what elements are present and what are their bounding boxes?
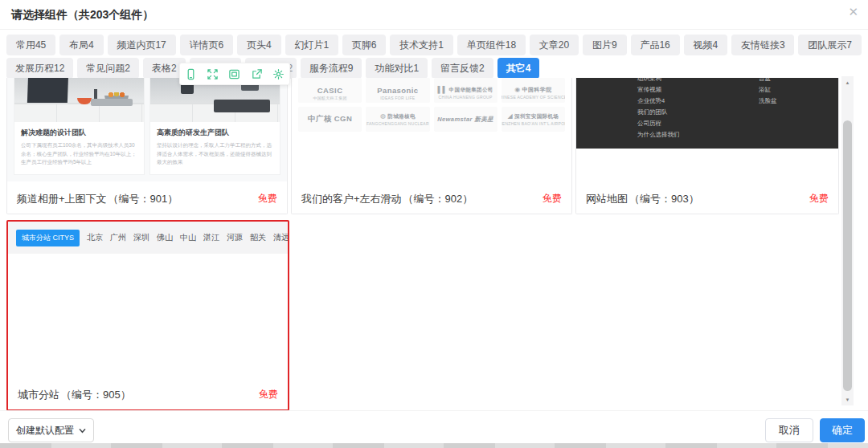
component-card-902[interactable]: CASIC 中国航天科工集团 Panasonic ideas for life … <box>291 78 572 214</box>
client-logo: ◍防城港核电 FANGCHENGGANG NUCLEAR <box>366 107 429 132</box>
huaneng-logo-icon: ▌▌ <box>437 86 447 93</box>
tab-page-header[interactable]: 页头4 <box>237 35 280 55</box>
modal-header: 请选择组件（共203个组件） ✕ <box>0 0 868 30</box>
kitchen-photo-left <box>14 78 144 122</box>
client-logo: ◢深圳宝安国际机场 SHENZHEN BAO'AN INT'L AIRPORT <box>502 107 565 132</box>
cancel-button[interactable]: 取消 <box>765 418 813 442</box>
tab-faq[interactable]: 常见问题2 <box>77 58 139 79</box>
card-905-title: 城市分站（编号：905） <box>18 388 131 402</box>
cas-logo-icon: ◉ <box>514 86 520 93</box>
sitemap-column-1: 组织架构 宣传视频 企业优势4 我们的团队 公司历程 为什么选择我们 <box>637 78 680 141</box>
tab-layout[interactable]: 布局4 <box>59 35 103 55</box>
scroll-up-arrow-icon[interactable]: ▲ <box>841 76 854 88</box>
city-link: 深圳 <box>133 232 149 243</box>
component-card-903[interactable]: 组织架构 宣传视频 企业优势4 我们的团队 公司历程 为什么选择我们 台盆 浴缸… <box>575 78 839 214</box>
tab-common[interactable]: 常用45 <box>6 35 55 55</box>
city-link: 佛山 <box>157 232 173 243</box>
city-link: 北京 <box>87 232 103 243</box>
component-card-901[interactable]: 解决难题的设计团队 公司下属现有员工100余名，其中高级技术人员30余名；核心生… <box>6 78 288 214</box>
card-905-preview: 城市分站 CITYS 北京 广州 深圳 佛山 中山 湛江 河源 韶关 清远 <box>8 222 288 254</box>
preview-tile-left: 解决难题的设计团队 公司下属现有员工100余名，其中高级技术人员30余名；核心生… <box>14 78 145 175</box>
dropdown-label: 创建默认配置 <box>16 424 74 438</box>
scrollbar-thumb[interactable] <box>843 120 852 391</box>
preview-heading: 解决难题的设计团队 <box>21 128 137 138</box>
client-logo: Newamstar 新美星 <box>434 107 497 132</box>
tab-history[interactable]: 发展历程12 <box>6 58 73 79</box>
tab-tech-support[interactable]: 技术支持1 <box>390 35 452 55</box>
preview-body: 坚持以设计的理念，采取人工力学工程的方式，选择适合人体需求，不改框架感，还能使得… <box>157 141 273 167</box>
confirm-button[interactable]: 确定 <box>820 418 865 442</box>
mobile-preview-icon[interactable] <box>185 68 197 80</box>
preview-heading: 高素质的研发生产团队 <box>157 128 273 138</box>
page-background-strip <box>0 443 868 448</box>
vertical-scrollbar[interactable]: ▲ ▼ <box>841 76 854 405</box>
preview-body: 公司下属现有员工100余名，其中高级技术人员30余名；核心生产团队，行业经验平均… <box>21 141 137 167</box>
free-badge: 免费 <box>259 388 278 401</box>
tab-product[interactable]: 产品16 <box>631 35 680 55</box>
free-badge: 免费 <box>258 192 277 206</box>
free-badge: 免费 <box>542 192 562 206</box>
gear-icon[interactable] <box>272 68 285 80</box>
client-logo: ▌▌中国华能集团公司 CHINA HUANENG GROUP <box>434 78 497 103</box>
chevron-down-icon <box>79 427 86 434</box>
card-902-title: 我们的客户+左右滑动（编号：902） <box>301 192 473 206</box>
component-card-905-selected[interactable]: 城市分站 CITYS 北京 广州 深圳 佛山 中山 湛江 河源 韶关 清远 城市… <box>6 220 289 411</box>
airport-logo-icon: ◢ <box>507 112 513 120</box>
tab-detail-page[interactable]: 详情页6 <box>180 35 233 55</box>
card-903-preview: 组织架构 宣传视频 企业优势4 我们的团队 公司历程 为什么选择我们 台盆 浴缸… <box>576 78 838 149</box>
card-902-preview: CASIC 中国航天科工集团 Panasonic ideas for life … <box>292 78 571 132</box>
scroll-down-arrow-icon[interactable]: ▼ <box>841 393 854 405</box>
tab-team[interactable]: 团队展示7 <box>798 35 861 55</box>
city-link: 韶关 <box>250 232 266 243</box>
card-901-title: 频道相册+上图下文（编号：901） <box>17 192 178 206</box>
free-badge: 免费 <box>809 192 829 206</box>
city-link: 中山 <box>180 232 196 243</box>
close-icon[interactable]: ✕ <box>848 6 858 18</box>
tab-feature-compare[interactable]: 功能对比1 <box>366 58 428 79</box>
fullscreen-icon[interactable] <box>207 68 219 80</box>
preview-toolbar <box>179 63 290 85</box>
tab-row-1: 常用45 布局4 频道内页17 详情页6 页头4 幻灯片1 页脚6 技术支持1 … <box>6 35 862 55</box>
sitemap-column-2: 台盆 浴缸 洗脸盆 <box>759 78 777 107</box>
city-link: 清远 <box>273 232 288 243</box>
tab-channel-page[interactable]: 频道内页17 <box>108 35 176 55</box>
tab-video[interactable]: 视频4 <box>684 35 727 55</box>
city-link: 河源 <box>227 232 243 243</box>
default-config-dropdown[interactable]: 创建默认配置 <box>8 418 94 442</box>
tab-feedback[interactable]: 留言反馈2 <box>432 58 493 79</box>
tab-slideshow[interactable]: 幻灯片1 <box>285 35 338 55</box>
tab-service-flow[interactable]: 服务流程9 <box>301 58 362 79</box>
city-site-badge: 城市分站 CITYS <box>16 230 80 246</box>
client-logo: CASIC 中国航天科工集团 <box>298 78 362 103</box>
screen-preview-icon[interactable] <box>228 68 240 80</box>
city-link: 广州 <box>110 232 126 243</box>
modal-title: 请选择组件（共203个组件） <box>11 8 154 22</box>
tab-other-active[interactable]: 其它4 <box>497 58 540 79</box>
nuclear-logo-icon: ◍ <box>380 112 386 120</box>
city-link: 湛江 <box>203 232 219 243</box>
client-logo: 中广核 CGN <box>298 107 362 132</box>
client-logo: Panasonic ideas for life <box>366 78 429 103</box>
modal-footer-bar <box>0 410 868 444</box>
card-901-preview: 解决难题的设计团队 公司下属现有员工100余名，其中高级技术人员30余名；核心生… <box>7 78 287 181</box>
tab-image[interactable]: 图片9 <box>583 35 626 55</box>
card-903-title: 网站地图（编号：903） <box>586 192 699 206</box>
tab-single-page[interactable]: 单页组件18 <box>457 35 526 55</box>
tab-page-footer[interactable]: 页脚6 <box>342 35 386 55</box>
tab-friend-links[interactable]: 友情链接3 <box>731 35 794 55</box>
export-icon[interactable] <box>251 68 263 80</box>
tab-article[interactable]: 文章20 <box>530 35 579 55</box>
preview-tile-right: 高素质的研发生产团队 坚持以设计的理念，采取人工力学工程的方式，选择适合人体需求… <box>149 78 280 175</box>
client-logo: ◉中国科学院 CHINESE ACADEMY OF SCIENCES <box>502 78 565 103</box>
